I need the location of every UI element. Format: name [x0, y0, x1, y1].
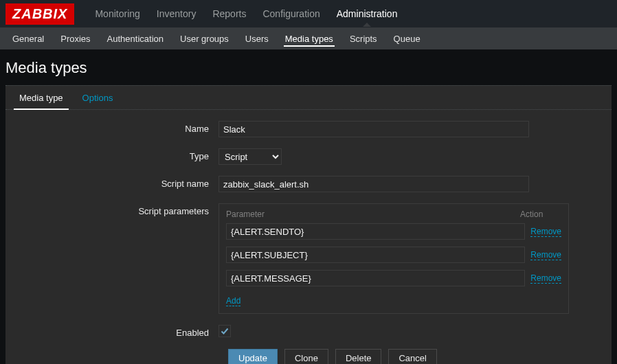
script-name-input[interactable] — [218, 176, 529, 192]
media-type-form: Name Type Script Script name Script para… — [5, 110, 612, 364]
param-header-parameter: Parameter — [226, 209, 520, 219]
subnav-item-scripts[interactable]: Scripts — [341, 29, 385, 49]
name-input[interactable] — [218, 121, 529, 137]
subnav-item-media-types[interactable]: Media types — [277, 29, 341, 49]
check-icon — [221, 327, 229, 335]
param-header-action: Action — [520, 209, 561, 219]
enabled-label: Enabled — [18, 325, 218, 338]
parameter-row: Remove — [226, 223, 561, 240]
nav-item-reports[interactable]: Reports — [204, 1, 254, 26]
script-name-label: Script name — [18, 176, 218, 189]
content-panel: Media typeOptions Name Type Script Scrip… — [5, 85, 612, 364]
subnav-item-authentication[interactable]: Authentication — [99, 29, 172, 49]
tab-options[interactable]: Options — [73, 86, 123, 109]
cancel-button[interactable]: Cancel — [388, 349, 436, 364]
update-button[interactable]: Update — [228, 349, 278, 364]
page-title: Media types — [0, 49, 617, 85]
nav-item-inventory[interactable]: Inventory — [148, 1, 205, 26]
remove-parameter-link[interactable]: Remove — [530, 227, 561, 237]
parameter-input[interactable] — [226, 270, 525, 286]
delete-button[interactable]: Delete — [335, 349, 382, 364]
parameter-row: Remove — [226, 270, 561, 286]
tabs: Media typeOptions — [5, 86, 612, 110]
name-label: Name — [18, 121, 218, 134]
add-parameter-link[interactable]: Add — [226, 296, 240, 306]
clone-button[interactable]: Clone — [284, 349, 328, 364]
sub-nav: GeneralProxiesAuthenticationUser groupsU… — [0, 27, 617, 49]
type-label: Type — [18, 148, 218, 161]
enabled-checkbox[interactable] — [218, 325, 231, 337]
subnav-item-user-groups[interactable]: User groups — [172, 29, 237, 49]
parameter-row: Remove — [226, 247, 561, 263]
script-parameters-label: Script parameters — [18, 203, 218, 216]
parameter-input[interactable] — [226, 223, 525, 240]
subnav-item-general[interactable]: General — [4, 29, 52, 49]
nav-item-configuration[interactable]: Configuration — [254, 1, 328, 26]
nav-item-administration[interactable]: Administration — [328, 1, 406, 26]
subnav-item-users[interactable]: Users — [237, 29, 277, 49]
nav-item-monitoring[interactable]: Monitoring — [87, 1, 148, 26]
top-nav: ZABBIX MonitoringInventoryReportsConfigu… — [0, 0, 617, 27]
type-select[interactable]: Script — [218, 148, 282, 165]
brand-logo: ZABBIX — [5, 3, 74, 25]
remove-parameter-link[interactable]: Remove — [530, 250, 561, 260]
subnav-item-queue[interactable]: Queue — [385, 29, 429, 49]
remove-parameter-link[interactable]: Remove — [530, 273, 561, 284]
subnav-item-proxies[interactable]: Proxies — [52, 29, 98, 49]
parameter-input[interactable] — [226, 247, 525, 263]
tab-media-type[interactable]: Media type — [10, 86, 73, 109]
button-row: Update Clone Delete Cancel — [228, 349, 599, 364]
parameters-box: Parameter Action RemoveRemoveRemove Add — [218, 203, 569, 314]
